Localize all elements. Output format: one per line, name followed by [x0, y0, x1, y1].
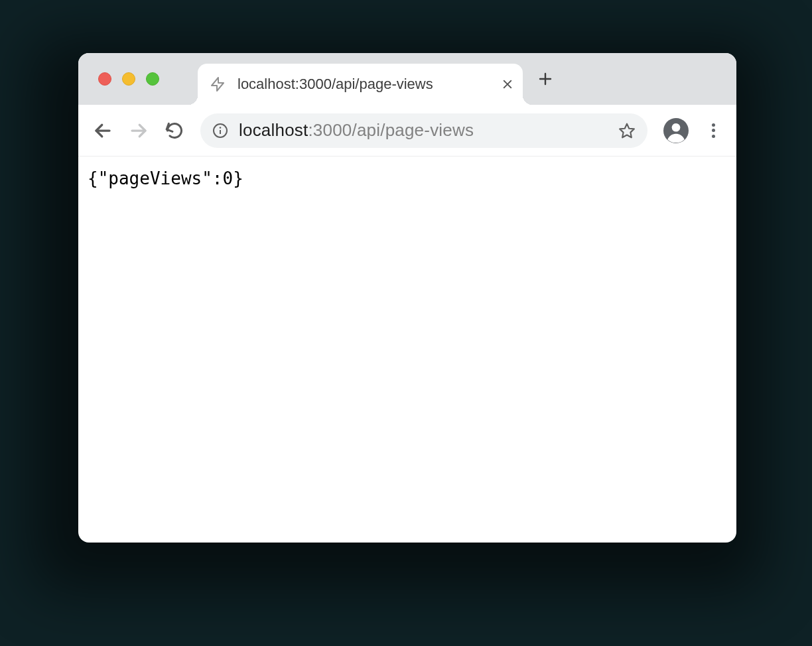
window-controls [78, 72, 159, 86]
close-tab-icon[interactable] [502, 78, 513, 90]
window-zoom-button[interactable] [146, 72, 159, 86]
reload-button[interactable] [165, 121, 184, 141]
new-tab-button[interactable] [537, 71, 553, 87]
window-close-button[interactable] [98, 72, 111, 86]
kebab-menu-icon[interactable] [705, 122, 722, 139]
site-info-icon[interactable] [212, 123, 228, 139]
bookmark-star-icon[interactable] [618, 122, 636, 139]
forward-button[interactable] [129, 121, 149, 141]
browser-window: localhost:3000/api/page-views [78, 53, 736, 543]
profile-avatar-icon[interactable] [663, 118, 689, 143]
svg-point-9 [220, 127, 222, 129]
svg-marker-0 [212, 78, 224, 91]
page-content: {"pageViews":0} [78, 157, 736, 543]
tab-strip: localhost:3000/api/page-views [78, 53, 736, 105]
tab-title: localhost:3000/api/page-views [237, 76, 496, 93]
window-minimize-button[interactable] [122, 72, 135, 86]
response-body: {"pageViews":0} [88, 168, 727, 188]
url-rest: :3000/api/page-views [308, 120, 474, 140]
toolbar: localhost:3000/api/page-views [78, 105, 736, 157]
address-bar[interactable]: localhost:3000/api/page-views [200, 113, 647, 148]
svg-marker-10 [620, 123, 634, 137]
browser-tab[interactable]: localhost:3000/api/page-views [198, 64, 523, 105]
url-host: localhost [239, 120, 308, 140]
svg-point-12 [672, 123, 681, 131]
lightning-icon [210, 76, 226, 92]
back-button[interactable] [93, 121, 113, 141]
url-text: localhost:3000/api/page-views [239, 120, 608, 141]
